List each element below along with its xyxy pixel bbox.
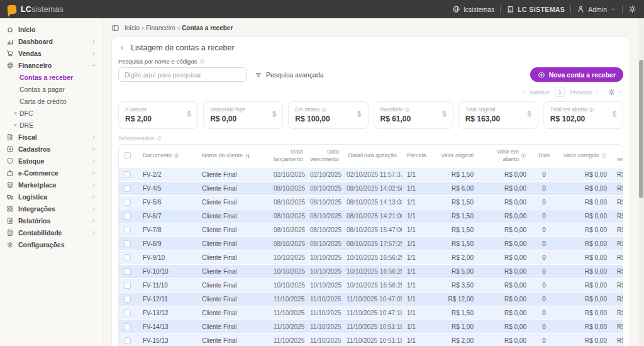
advanced-search-button[interactable]: Pesquisa avançada	[255, 71, 324, 79]
theme-toggle-button[interactable]	[628, 5, 636, 13]
breadcrumb-item-contas-a-receber[interactable]: Contas a receber	[182, 25, 233, 31]
table-row[interactable]: FV-4/5Cliente Final08/10/202508/10/20250…	[119, 181, 623, 195]
row-checkbox[interactable]	[124, 254, 131, 261]
row-checkbox[interactable]	[124, 296, 131, 303]
sidebar-item-configuracoes[interactable]: Configurações	[0, 238, 103, 250]
sidebar-item-integracoes[interactable]: Integrações	[0, 203, 103, 215]
sidebar-subitem-contas-a-receber[interactable]: Contas a receber	[0, 71, 103, 83]
breadcrumb-item-inicio[interactable]: Início	[125, 25, 140, 31]
table-row[interactable]: FV-10/10Cliente Final10/10/202510/10/202…	[119, 264, 623, 278]
brand-logo[interactable]: LCsistemas	[8, 5, 64, 14]
brand-bold: LC	[21, 5, 31, 14]
table-row[interactable]: FV-6/7Cliente Final08/10/202508/10/20250…	[119, 209, 623, 223]
site-selector[interactable]: lcsistemas	[452, 5, 494, 13]
info-icon[interactable]	[174, 153, 179, 159]
row-checkbox[interactable]	[124, 199, 131, 206]
sidebar-subitem-contas-a-pagar[interactable]: Contas a pagar	[0, 83, 103, 95]
info-icon[interactable]	[521, 153, 526, 159]
sidebar-item-logistica[interactable]: Logística	[0, 191, 103, 203]
row-select-cell	[119, 167, 138, 181]
sidebar-item-label: Fiscal	[18, 133, 37, 141]
sidebar-item-label: Financeiro	[18, 62, 52, 69]
user-menu[interactable]: Admin	[577, 5, 616, 13]
sidebar-item-dashboard[interactable]: Dashboard	[0, 35, 103, 47]
cell-valor-corrigido: R$ 0,00	[557, 181, 612, 195]
row-checkbox[interactable]	[124, 268, 131, 275]
cell-documento: FV-8/9	[138, 237, 197, 250]
sidebar-subitem-dfc[interactable]: ×DFC	[0, 107, 103, 119]
new-receivable-button[interactable]: Nova conta a receber	[530, 67, 623, 82]
breadcrumb-item-financeiro[interactable]: Financeiro	[146, 25, 175, 31]
table-row[interactable]: FV-13/12Cliente Final11/10/202511/10/202…	[119, 306, 623, 320]
table-row[interactable]: FV-9/10Cliente Final10/10/202510/10/2025…	[119, 250, 623, 264]
cell-dias: 0	[531, 264, 557, 278]
chevron-right-icon	[594, 89, 600, 95]
table-row[interactable]: FV-11/10Cliente Final10/10/202510/10/202…	[119, 278, 623, 292]
info-icon[interactable]	[589, 107, 594, 113]
cell-dias: 0	[531, 292, 557, 306]
cell-parcela: 1/1	[402, 181, 432, 195]
table-row[interactable]: FV-15/13Cliente Final11/10/202511/10/202…	[119, 333, 623, 346]
search-input[interactable]	[118, 67, 247, 82]
row-checkbox[interactable]	[124, 323, 131, 330]
info-icon[interactable]	[601, 153, 607, 159]
chevron-down-icon	[618, 89, 623, 95]
sidebar-item-cadastros[interactable]: Cadastros	[0, 143, 103, 155]
row-checkbox[interactable]	[124, 185, 131, 192]
breadcrumb-items: Início > Financeiro > Contas a receber	[125, 25, 233, 31]
sidebar-item-estoque[interactable]: Estoque	[0, 155, 103, 167]
sidebar-item-marketplace[interactable]: Marketplace	[0, 179, 103, 191]
truck-icon	[6, 193, 14, 201]
back-icon[interactable]	[118, 44, 126, 52]
pagination-next-button[interactable]: Próxima	[570, 89, 600, 96]
table-settings-button[interactable]	[608, 88, 623, 96]
row-checkbox[interactable]	[124, 337, 131, 344]
row-checkbox[interactable]	[124, 213, 131, 220]
row-checkbox[interactable]	[124, 310, 131, 316]
sidebar-item-inicio[interactable]: Início	[0, 23, 103, 35]
cell-multa-recebida: R$ 0,00	[612, 237, 623, 250]
sidebar-item-contabilidade[interactable]: Contabilidade	[0, 226, 103, 238]
table-row[interactable]: FV-8/9Cliente Final08/10/202508/10/20250…	[119, 237, 623, 250]
screen: LCsistemas lcsistemas LC SISTEMAS Admin	[0, 0, 644, 346]
sidebar-item-relatorios[interactable]: Relatórios	[0, 215, 103, 226]
cell-dias: 0	[531, 278, 557, 292]
cell-valor-original: R$ 5,00	[432, 264, 479, 278]
select-all-checkbox[interactable]	[124, 152, 131, 159]
column-header-label: Documento	[143, 152, 172, 160]
info-icon[interactable]	[404, 107, 410, 113]
cell-data-vencimento: 08/10/2025	[305, 223, 341, 237]
sidebar-item-label: Cadastros	[18, 145, 50, 153]
table-row[interactable]: FV-7/8Cliente Final08/10/202508/10/20250…	[119, 223, 623, 237]
row-checkbox[interactable]	[124, 240, 131, 247]
info-icon[interactable]	[199, 59, 205, 64]
row-checkbox[interactable]	[124, 171, 131, 178]
sidebar-item-e-commerce[interactable]: e-Commerce	[0, 167, 103, 179]
table-row[interactable]: FV-5/6Cliente Final08/10/202508/10/20250…	[119, 195, 623, 209]
cell-data-lancamento: 02/10/2025	[269, 167, 305, 181]
sidebar-subitem-dre[interactable]: ×DRE	[0, 119, 103, 131]
sidebar-item-vendas[interactable]: Vendas	[0, 47, 103, 59]
sidebar-toggle-icon[interactable]	[111, 24, 119, 32]
cell-nome-do-cliente: Cliente Final	[197, 264, 269, 278]
summary-card-value: R$ 2,00	[125, 114, 191, 123]
sidebar-subitem-carta-de-credito[interactable]: Carta de crédito	[0, 95, 103, 107]
sidebar-item-fiscal[interactable]: Fiscal	[0, 131, 103, 143]
pagination-page-number[interactable]: 1	[555, 87, 565, 97]
table-row[interactable]: FV-12/11Cliente Final11/10/202511/10/202…	[119, 292, 623, 306]
cell-nome-do-cliente: Cliente Final	[197, 320, 269, 333]
table-row[interactable]: FV-2/2Cliente Final02/10/202502/10/20250…	[119, 167, 623, 181]
table-row[interactable]: FV-14/13Cliente Final11/10/202511/10/202…	[119, 320, 623, 333]
row-checkbox[interactable]	[124, 282, 131, 289]
company-selector[interactable]: LC SISTEMAS	[506, 5, 565, 13]
summary-card-a-vencer: A VencerR$ 2,00$	[118, 101, 198, 129]
summary-card-value: R$ 0,00	[210, 114, 276, 123]
row-checkbox[interactable]	[124, 226, 131, 233]
column-header-nome-do-cliente[interactable]: Nome do cliente	[197, 145, 269, 167]
info-icon[interactable]	[321, 107, 327, 113]
cell-multa-recebida: R$ 0,00	[612, 167, 623, 181]
sort-icon[interactable]	[245, 153, 251, 159]
scrollbar-thumb[interactable]	[639, 60, 643, 198]
sidebar-item-financeiro[interactable]: Financeiro	[0, 59, 103, 71]
pagination-prev-button[interactable]: Anterior	[521, 89, 550, 96]
